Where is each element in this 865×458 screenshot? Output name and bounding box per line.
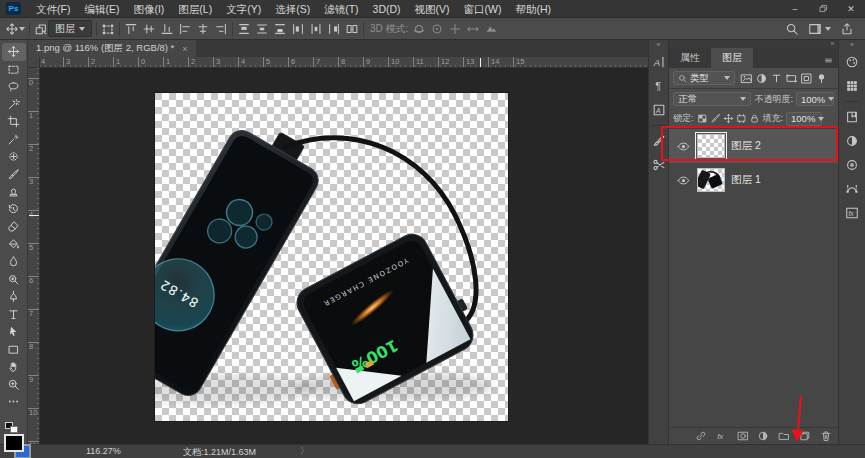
- align-top-icon[interactable]: [124, 22, 138, 36]
- distribute-left-icon[interactable]: [291, 22, 305, 36]
- roll-3d-icon[interactable]: [430, 22, 444, 36]
- tool-type[interactable]: [2, 306, 26, 324]
- tool-path-select[interactable]: [2, 323, 26, 341]
- orbit-3d-icon[interactable]: [412, 22, 426, 36]
- gradients-panel-button[interactable]: [843, 153, 861, 177]
- link-layers-icon[interactable]: [695, 430, 707, 442]
- tool-clone-stamp[interactable]: [2, 183, 26, 201]
- tool-eyedropper[interactable]: [2, 131, 26, 149]
- paragraph-panel-button[interactable]: ¶: [650, 74, 668, 98]
- menu-filter[interactable]: 滤镜(T): [317, 0, 365, 18]
- tab-properties[interactable]: 属性: [669, 48, 711, 68]
- restore-button[interactable]: [809, 0, 837, 18]
- align-right-icon[interactable]: [214, 22, 228, 36]
- align-hcenter-icon[interactable]: [196, 22, 210, 36]
- distribute-hcenter-icon[interactable]: [309, 22, 323, 36]
- tool-preset-caret[interactable]: [19, 27, 25, 31]
- canvas-viewport[interactable]: 84.82 YOOZONE CHARGER 100%: [40, 68, 648, 444]
- fill-field[interactable]: 100%: [786, 112, 822, 126]
- glyphs-panel-button[interactable]: A: [650, 98, 668, 122]
- lock-position-icon[interactable]: [723, 113, 734, 124]
- swatches-panel-button[interactable]: [843, 74, 861, 98]
- status-expander[interactable]: 〉: [300, 445, 309, 458]
- styles-panel-button[interactable]: fx: [843, 201, 861, 225]
- layer-mask-icon[interactable]: [737, 430, 749, 442]
- menu-image[interactable]: 图像(I): [126, 0, 171, 18]
- tool-healing[interactable]: [2, 148, 26, 166]
- filter-pixel-icon[interactable]: [740, 72, 753, 85]
- layer-row-1[interactable]: 图层 1: [669, 163, 838, 197]
- filter-toggle-icon[interactable]: [815, 72, 828, 85]
- tool-marquee[interactable]: [2, 61, 26, 79]
- filter-adjustment-icon[interactable]: [755, 72, 768, 85]
- tool-pen[interactable]: [2, 288, 26, 306]
- lock-all-icon[interactable]: [749, 113, 760, 124]
- adjustments-panel-button[interactable]: [843, 129, 861, 153]
- auto-select-target-dropdown[interactable]: 图层: [48, 20, 92, 37]
- distribute-vcenter-icon[interactable]: [255, 22, 269, 36]
- blend-mode-dropdown[interactable]: 正常: [673, 92, 751, 106]
- tool-magic-wand[interactable]: [2, 96, 26, 114]
- dock-collapse-chevron[interactable]: »: [669, 40, 838, 48]
- workspace-icon[interactable]: [808, 22, 822, 36]
- foreground-color-swatch[interactable]: [4, 434, 24, 452]
- color-panel-button[interactable]: [843, 50, 861, 74]
- distribute-right-icon[interactable]: [327, 22, 341, 36]
- filter-shape-icon[interactable]: [785, 72, 798, 85]
- lock-artboard-icon[interactable]: [736, 113, 747, 124]
- slide-3d-icon[interactable]: [466, 22, 480, 36]
- distribute-bottom-icon[interactable]: [273, 22, 287, 36]
- lock-transparent-icon[interactable]: [697, 113, 708, 124]
- tool-lasso[interactable]: [2, 78, 26, 96]
- menu-layer[interactable]: 图层(L): [171, 0, 219, 18]
- panel-menu-icon[interactable]: [824, 56, 833, 65]
- menu-window[interactable]: 窗口(W): [457, 0, 509, 18]
- transform-controls-icon[interactable]: [101, 22, 115, 36]
- layer-style-fx-icon[interactable]: fx: [716, 430, 728, 442]
- toolbar-ellipsis[interactable]: [2, 393, 26, 411]
- close-button[interactable]: ✕: [837, 0, 865, 18]
- auto-select-icon[interactable]: [34, 22, 48, 36]
- menu-type[interactable]: 文字(Y): [219, 0, 268, 18]
- libraries-panel-button[interactable]: [843, 105, 861, 129]
- menu-help[interactable]: 帮助(H): [509, 0, 559, 18]
- adjustment-layer-icon[interactable]: [757, 430, 769, 442]
- share-icon[interactable]: [840, 22, 854, 36]
- filter-type-dropdown[interactable]: 类型: [673, 71, 735, 85]
- menu-3d[interactable]: 3D(D): [366, 0, 408, 18]
- tool-shape[interactable]: [2, 341, 26, 359]
- tool-dodge[interactable]: [2, 271, 26, 289]
- canvas[interactable]: 84.82 YOOZONE CHARGER 100%: [155, 93, 508, 421]
- minimize-button[interactable]: –: [781, 0, 809, 18]
- menu-file[interactable]: 文件(F): [29, 0, 77, 18]
- menu-view[interactable]: 视图(V): [408, 0, 457, 18]
- tool-hand[interactable]: [2, 358, 26, 376]
- align-vcenter-icon[interactable]: [142, 22, 156, 36]
- align-group-icon[interactable]: [345, 22, 359, 36]
- lock-paint-icon[interactable]: [710, 113, 721, 124]
- filter-type-icon[interactable]: [770, 72, 783, 85]
- search-icon[interactable]: [785, 22, 799, 36]
- zoom-level-field[interactable]: 116.27%: [86, 446, 121, 456]
- tool-blur[interactable]: [2, 253, 26, 271]
- tool-eraser[interactable]: [2, 218, 26, 236]
- visibility-eye-icon[interactable]: [675, 174, 691, 187]
- menu-edit[interactable]: 编辑(E): [77, 0, 126, 18]
- align-left-icon[interactable]: [178, 22, 192, 36]
- menu-select[interactable]: 选择(S): [268, 0, 317, 18]
- distribute-top-icon[interactable]: [237, 22, 251, 36]
- zoom-3d-icon[interactable]: [484, 22, 498, 36]
- pan-3d-icon[interactable]: [448, 22, 462, 36]
- document-close-icon[interactable]: ×: [182, 44, 187, 54]
- tool-history-brush[interactable]: [2, 201, 26, 219]
- patterns-panel-button[interactable]: [843, 177, 861, 201]
- layer-thumbnail[interactable]: [697, 168, 725, 192]
- character-panel-button[interactable]: A: [650, 50, 668, 74]
- tool-zoom[interactable]: [2, 376, 26, 394]
- tool-move[interactable]: [2, 43, 26, 61]
- tool-brush[interactable]: [2, 166, 26, 184]
- align-bottom-icon[interactable]: [160, 22, 174, 36]
- tool-crop[interactable]: [2, 113, 26, 131]
- filter-smart-icon[interactable]: [800, 72, 813, 85]
- document-tab[interactable]: 1.png @ 116% (图层 2, RGB/8) * ×: [28, 40, 196, 57]
